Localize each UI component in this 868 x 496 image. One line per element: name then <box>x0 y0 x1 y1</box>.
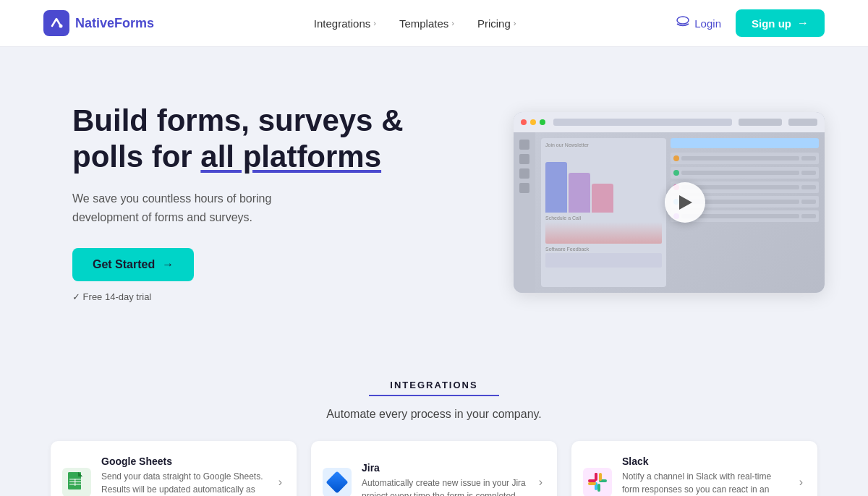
arrow-right-icon: → <box>797 17 809 30</box>
dot-yellow <box>530 119 536 125</box>
navbar: NativeForms Integrations › Templates › P… <box>0 0 868 47</box>
card-desc: Send your data straight to Google Sheets… <box>101 470 268 496</box>
jira-icon <box>323 468 352 496</box>
card-content-slack: Slack Notify a channel in Slack with rea… <box>622 456 789 496</box>
list-row <box>671 167 819 179</box>
integration-cards: Google Sheets Send your data straight to… <box>43 441 825 496</box>
nav-links: Integrations › Templates › Pricing › <box>314 17 516 30</box>
dot-red <box>521 119 527 125</box>
nav-pricing[interactable]: Pricing › <box>477 17 516 30</box>
card-title: Jira <box>362 462 529 474</box>
slack-icon <box>583 468 612 496</box>
card-title: Slack <box>622 456 789 467</box>
play-icon <box>679 195 692 210</box>
svg-point-0 <box>59 25 63 28</box>
brand-name: NativeForms <box>75 16 154 31</box>
integration-card-sheets[interactable]: Google Sheets Send your data straight to… <box>51 441 297 496</box>
chevron-right-icon: › <box>278 476 282 489</box>
signup-button[interactable]: Sign up → <box>736 9 825 37</box>
chevron-right-icon: › <box>514 19 516 27</box>
svg-rect-16 <box>599 473 602 481</box>
chevron-right-icon: › <box>799 476 803 489</box>
card-content-sheets: Google Sheets Send your data straight to… <box>101 456 268 496</box>
card-desc: Automatically create new issue in your J… <box>362 476 529 496</box>
section-label: INTEGRATIONS <box>43 380 825 390</box>
dot-green <box>540 119 545 125</box>
card-title: Google Sheets <box>101 456 268 467</box>
svg-rect-13 <box>597 484 600 492</box>
svg-rect-15 <box>588 482 596 485</box>
chart-bars <box>545 155 662 213</box>
jira-diamond <box>326 471 348 493</box>
svg-rect-10 <box>595 473 597 478</box>
video-topbar <box>514 112 825 132</box>
svg-rect-4 <box>68 472 78 489</box>
svg-point-1 <box>677 17 689 24</box>
integration-card-slack[interactable]: Slack Notify a channel in Slack with rea… <box>571 441 817 496</box>
card-content-jira: Jira Automatically create new issue in y… <box>362 462 529 496</box>
nav-templates[interactable]: Templates › <box>399 17 454 30</box>
get-started-button[interactable]: Get Started → <box>72 248 194 281</box>
chart-area: Join our Newsletter Schedule a Call Soft… <box>541 138 666 287</box>
bar-2 <box>569 173 590 213</box>
hero-subtitle: We save you countless hours of boring de… <box>72 189 318 226</box>
chevron-right-icon: › <box>451 19 454 27</box>
video-sidebar <box>514 132 535 293</box>
logo-link[interactable]: NativeForms <box>43 10 154 36</box>
product-video-preview[interactable]: Join our Newsletter Schedule a Call Soft… <box>514 112 825 293</box>
section-underline <box>369 395 499 396</box>
svg-rect-11 <box>588 479 596 482</box>
integration-card-jira[interactable]: Jira Automatically create new issue in y… <box>311 441 557 496</box>
free-trial-label: ✓ Free 14-day trial <box>72 291 403 302</box>
bar-3 <box>592 184 613 213</box>
chevron-right-icon: › <box>373 19 376 27</box>
play-button[interactable] <box>665 182 705 223</box>
nav-integrations[interactable]: Integrations › <box>314 17 376 30</box>
list-row <box>671 153 819 164</box>
svg-rect-8 <box>75 479 76 486</box>
login-icon <box>676 16 690 31</box>
hero-title: Build forms, surveys & polls for all pla… <box>72 103 403 176</box>
chevron-right-icon: › <box>539 476 542 489</box>
hero-section: Build forms, surveys & polls for all pla… <box>0 47 868 351</box>
nav-right: Login Sign up → <box>676 9 825 37</box>
card-desc: Notify a channel in Slack with real-time… <box>622 470 789 496</box>
bar-1 <box>545 162 567 213</box>
logo-icon <box>43 10 69 36</box>
arrow-right-icon: → <box>162 258 174 271</box>
login-button[interactable]: Login <box>676 16 721 31</box>
integrations-section: INTEGRATIONS Automate every process in y… <box>0 351 868 496</box>
section-subtitle: Automate every process in your company. <box>43 408 825 421</box>
hero-content: Build forms, surveys & polls for all pla… <box>72 103 403 303</box>
sheets-icon <box>62 468 91 496</box>
